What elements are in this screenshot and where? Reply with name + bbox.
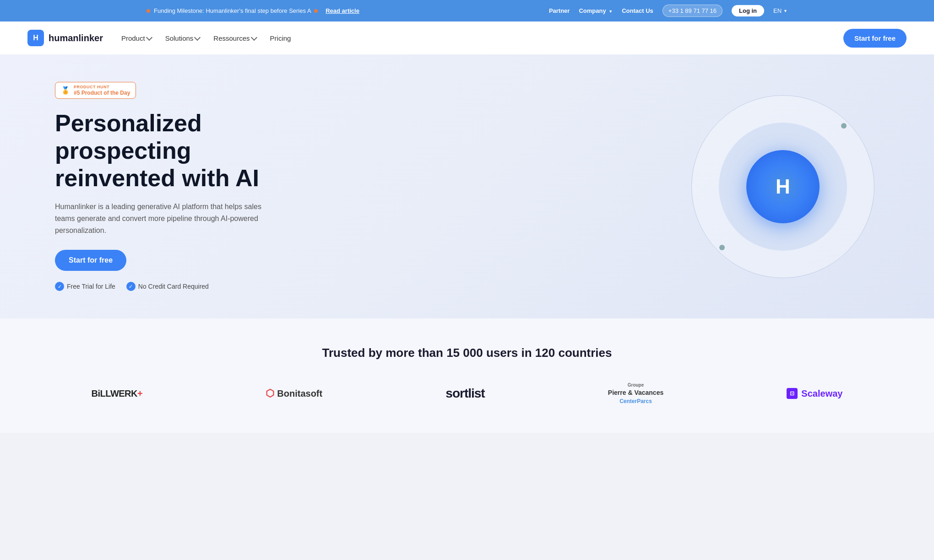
product-hunt-rank: #5 Product of the Day (74, 90, 130, 96)
hero-section: 🏅 PRODUCT HUNT #5 Product of the Day Per… (0, 54, 934, 318)
banner-partner-link[interactable]: Partner (549, 7, 570, 14)
read-article-link[interactable]: Read article (326, 7, 359, 14)
decorative-dot-top-right (841, 123, 847, 129)
hero-title: Personalized prospecting reinvented with… (55, 110, 311, 192)
product-hunt-label: PRODUCT HUNT (74, 85, 130, 89)
outer-circle: H (691, 95, 874, 278)
hero-visual: H (687, 91, 879, 283)
decorative-dot-bottom-left (719, 245, 725, 250)
hero-cta-button[interactable]: Start for free (55, 250, 126, 271)
banner-company-link[interactable]: Company ▼ (579, 7, 613, 14)
groupe-label: Groupe (608, 382, 663, 388)
bonitasoft-icon: ⬡ (266, 388, 274, 399)
product-chevron-icon (146, 34, 152, 40)
banner-dot-left (147, 9, 150, 13)
top-banner: Funding Milestone: Humanlinker's final s… (0, 0, 934, 22)
banner-dot-right (314, 9, 318, 13)
hero-description: Humanlinker is a leading generative AI p… (55, 201, 275, 236)
pierre-vacances-main: Pierre & Vacances (608, 388, 663, 398)
scaleway-logo: ⊡ Scaleway (787, 388, 842, 399)
banner-contact-link[interactable]: Contact Us (622, 7, 653, 14)
start-for-free-button[interactable]: Start for free (843, 29, 907, 48)
nav-links: Product Solutions Ressources Pricing (121, 34, 291, 42)
company-logos-row: BiLLWERK+ ⬡ Bonitasoft sortlist Groupe P… (37, 382, 897, 405)
phone-button[interactable]: +33 1 89 71 77 16 (662, 5, 722, 17)
inner-circle: H (746, 150, 820, 223)
bonitasoft-logo: ⬡ Bonitasoft (266, 388, 322, 399)
check-icon-2: ✓ (126, 282, 136, 291)
check-icon-1: ✓ (55, 282, 64, 291)
no-credit-card-badge: ✓ No Credit Card Required (126, 282, 209, 291)
medal-icon: 🏅 (61, 86, 70, 95)
nav-pricing[interactable]: Pricing (270, 34, 291, 42)
logo[interactable]: H humanlinker (27, 30, 103, 46)
sortlist-logo: sortlist (445, 386, 484, 401)
scaleway-icon: ⊡ (787, 388, 798, 399)
nav-solutions[interactable]: Solutions (165, 34, 200, 42)
center-parcs-name: CenterParcs (608, 398, 663, 405)
solutions-chevron-icon (194, 34, 201, 40)
pierre-vacances-logo: Groupe Pierre & Vacances CenterParcs (608, 382, 663, 405)
billwerk-logo: BiLLWERK+ (92, 388, 143, 399)
trusted-title: Trusted by more than 15 000 users in 120… (37, 346, 897, 360)
free-trial-badge: ✓ Free Trial for Life (55, 282, 115, 291)
language-selector[interactable]: EN ▼ (773, 7, 787, 14)
navbar: H humanlinker Product Solutions Ressourc… (0, 22, 934, 54)
nav-ressources[interactable]: Ressources (213, 34, 256, 42)
banner-message: Funding Milestone: Humanlinker's final s… (154, 7, 311, 14)
hero-badges: ✓ Free Trial for Life ✓ No Credit Card R… (55, 282, 311, 291)
trusted-section: Trusted by more than 15 000 users in 120… (0, 318, 934, 432)
nav-product[interactable]: Product (121, 34, 152, 42)
login-button[interactable]: Log in (732, 5, 764, 16)
logo-text: humanlinker (49, 33, 103, 43)
ressources-chevron-icon (250, 34, 257, 40)
center-logo-letter: H (776, 175, 790, 198)
logo-icon: H (27, 30, 44, 46)
hero-content: 🏅 PRODUCT HUNT #5 Product of the Day Per… (55, 82, 311, 291)
mid-circle: H (719, 123, 847, 251)
product-hunt-badge: 🏅 PRODUCT HUNT #5 Product of the Day (55, 82, 136, 99)
billwerk-plus: + (137, 388, 142, 398)
